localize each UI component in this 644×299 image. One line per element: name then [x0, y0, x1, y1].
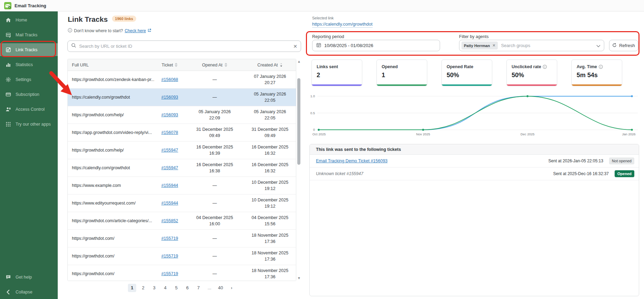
- ticket-link[interactable]: #155719: [161, 254, 178, 259]
- page-button-3[interactable]: 3: [150, 284, 158, 292]
- cell-full-url: https://growthdot.com/help/: [68, 112, 154, 117]
- ticket-link[interactable]: #156093: [161, 112, 178, 117]
- cell-created-at: 16 December 202516:32: [244, 144, 296, 156]
- sidebar-item-settings[interactable]: Settings: [0, 73, 58, 86]
- column-header-ticket[interactable]: Ticket: [154, 63, 185, 67]
- remove-agent-icon[interactable]: ✕: [492, 43, 495, 48]
- info-icon: [68, 28, 72, 34]
- ticket-link[interactable]: #155944: [161, 183, 178, 188]
- cell-created-at: 16 December 202516:32: [244, 162, 296, 174]
- ticket-link[interactable]: #155852: [161, 218, 178, 223]
- sidebar: HomeMail TracksLink TracksStatisticsSett…: [0, 11, 58, 299]
- sidebar-item-get-help[interactable]: Get help: [0, 271, 58, 283]
- cell-created-at: 18 November 202517:36: [244, 232, 296, 245]
- search-clear-icon[interactable]: ✕: [293, 44, 297, 49]
- sidebar-item-label: Try our other apps: [16, 122, 51, 127]
- next-page-icon[interactable]: ›: [227, 284, 236, 292]
- info-icon[interactable]: [543, 65, 547, 69]
- sidebar-item-home[interactable]: Home: [0, 13, 58, 26]
- ticket-link[interactable]: #155719: [161, 271, 178, 276]
- table-row[interactable]: https://calendly.com/growthdot#156093—05…: [68, 89, 296, 106]
- table-row[interactable]: https://growthdot.com/#155719—18 Novembe…: [68, 265, 296, 281]
- ticket-link[interactable]: #155944: [161, 201, 178, 206]
- stat-card-opened-rate: Opened Rate50%: [441, 60, 492, 86]
- cell-opened-at: —: [185, 235, 244, 242]
- cell-full-url: https://www.example.com: [68, 183, 154, 188]
- ticket-row: Unknown ticket #155947Sent at 2025-Dec-1…: [310, 167, 639, 180]
- sidebar-item-mail-tracks[interactable]: Mail Tracks: [0, 28, 58, 41]
- ticket-link[interactable]: #156093: [161, 95, 178, 100]
- page-button-5[interactable]: 5: [172, 284, 180, 292]
- table-row[interactable]: https://app.growthdot.com/video-reply/vi…: [68, 124, 296, 142]
- table-row[interactable]: https://growthdot.com/#155719—18 Novembe…: [68, 230, 296, 247]
- sidebar-item-try-our-other-apps[interactable]: Try our other apps: [0, 118, 58, 130]
- cell-opened-at: —: [185, 200, 244, 206]
- selected-link-url[interactable]: https://calendly.com/growthdot: [312, 21, 373, 28]
- table-row[interactable]: https://growthdot.com/#155719—18 Novembe…: [68, 247, 296, 265]
- cell-created-at: 18 November 202517:36: [244, 268, 296, 280]
- sidebar-item-subscription[interactable]: Subscription: [0, 88, 58, 101]
- scrollbar-thumb[interactable]: [297, 78, 300, 165]
- table-row[interactable]: https://www.example.com#155944—10 Decemb…: [68, 177, 296, 194]
- cell-created-at: 05 January 202622:05: [244, 91, 296, 103]
- page-button-7[interactable]: 7: [194, 284, 203, 292]
- page-button-40[interactable]: 40: [216, 284, 225, 292]
- cell-full-url: https://growthdot.com/: [68, 236, 154, 241]
- column-header-opened-at[interactable]: Opened At: [185, 63, 244, 67]
- ticket-link[interactable]: #155947: [161, 165, 178, 170]
- sidebar-item-statistics[interactable]: Statistics: [0, 58, 58, 71]
- page-button-4[interactable]: 4: [161, 284, 169, 292]
- ticket-link[interactable]: #156078: [161, 130, 178, 135]
- page-button-2[interactable]: 2: [139, 284, 147, 292]
- sidebar-item-link-tracks[interactable]: Link Tracks: [0, 43, 58, 56]
- sidebar-item-label: Collapse: [16, 290, 32, 295]
- sidebar-nav: HomeMail TracksLink TracksStatisticsSett…: [0, 11, 58, 130]
- table-row[interactable]: https://growthdot.com/zendesk-kanban-pr.…: [68, 71, 296, 89]
- table-row[interactable]: https://growthdot.com/article-categories…: [68, 212, 296, 230]
- page-button-6[interactable]: 6: [183, 284, 192, 292]
- stat-card-accent-bar: [507, 84, 557, 86]
- page-button-1[interactable]: 1: [128, 284, 136, 292]
- ticket-link[interactable]: #156068: [161, 77, 178, 82]
- svg-text:Jan 2026: Jan 2026: [622, 132, 635, 136]
- sort-desc-icon: [280, 63, 283, 67]
- cell-full-url: https://app.growthdot.com/video-reply/vi…: [68, 130, 154, 135]
- cell-opened-at: —: [185, 182, 244, 189]
- table-row[interactable]: https://calendly.com/growthdot#15594716 …: [68, 159, 296, 177]
- chevron-down-icon[interactable]: [596, 43, 600, 49]
- reporting-period-input[interactable]: 10/08/2025 - 01/08/2026: [312, 40, 440, 51]
- scroll-down-icon[interactable]: ▼: [297, 276, 301, 281]
- sidebar-item-label: Statistics: [16, 62, 33, 67]
- svg-text:Oct 2025: Oct 2025: [312, 132, 326, 136]
- stat-card-links-sent: Links sent2: [311, 60, 362, 86]
- table-row[interactable]: https://www.edityourrequest.com/#155944—…: [68, 194, 296, 212]
- svg-text:0.5: 0.5: [310, 111, 315, 115]
- tickets-panel-header: This link was sent to the following tick…: [310, 144, 639, 155]
- home-icon: [5, 17, 11, 23]
- stat-card-unclicked-rate: Unclicked rate50%: [506, 60, 557, 86]
- sidebar-item-label: Mail Tracks: [16, 33, 37, 37]
- stat-card-accent-bar: [377, 84, 427, 86]
- agent-filter-input[interactable]: Patty Herrman ✕ Search groups: [459, 40, 604, 51]
- search-input[interactable]: [79, 44, 290, 49]
- svg-text:1.0: 1.0: [310, 94, 315, 98]
- cell-created-at: 04 December 202515:56: [244, 215, 296, 227]
- ticket-row: Email Tracking Demo Ticket #156093Sent a…: [310, 155, 639, 167]
- table-row[interactable]: https://growthdot.com/help/#15609305 Jan…: [68, 106, 296, 124]
- ticket-link[interactable]: #155947: [161, 148, 178, 153]
- sidebar-item-label: Link Tracks: [16, 47, 37, 52]
- check-here-link[interactable]: Check here: [125, 28, 146, 33]
- column-header-created-at[interactable]: Created At: [244, 63, 296, 67]
- stat-card-value: 50%: [512, 72, 557, 79]
- cell-full-url: https://growthdot.com/help/: [68, 148, 154, 153]
- sidebar-item-access-control[interactable]: Access Control: [0, 103, 58, 116]
- sidebar-item-collapse[interactable]: Collapse: [0, 286, 58, 298]
- refresh-button[interactable]: Refresh: [609, 40, 638, 51]
- table-row[interactable]: https://growthdot.com/help/#15594716 Dec…: [68, 142, 296, 159]
- ticket-title-link[interactable]: Email Tracking Demo Ticket #156093: [316, 158, 388, 163]
- ticket-link[interactable]: #155719: [161, 236, 178, 241]
- cell-full-url: https://growthdot.com/: [68, 254, 154, 259]
- info-icon[interactable]: [599, 65, 603, 69]
- table-header-row: Full URL Ticket Opened At Created At: [68, 59, 296, 71]
- scroll-up-icon[interactable]: ▲: [297, 59, 301, 64]
